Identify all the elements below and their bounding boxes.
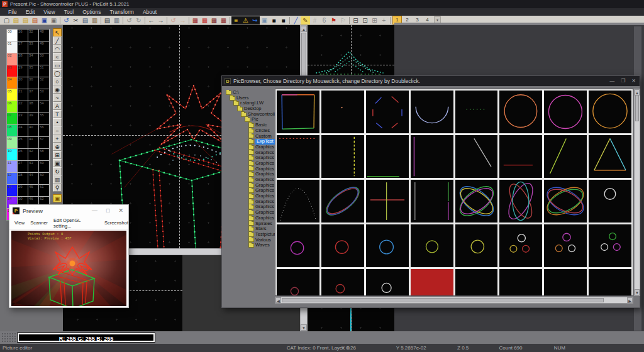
palette-color-45[interactable]: 45 xyxy=(28,185,38,196)
tree-item-showcontroller[interactable]: Showcontroller xyxy=(225,112,275,118)
app-titlebar[interactable]: P Present.Pic - Showcontroller PLUS - Pi… xyxy=(0,0,644,8)
paste-icon[interactable]: ▥ xyxy=(90,16,99,25)
pic-thumbnail-30[interactable] xyxy=(499,224,542,267)
preview-menu-edit-opengl-setting[interactable]: Edit OpenGL setting... xyxy=(53,217,99,229)
palette-color-51[interactable]: 51 xyxy=(39,65,49,77)
ellipse-tool[interactable]: ◯ xyxy=(53,69,62,77)
circle-tool[interactable]: ○ xyxy=(53,77,62,85)
palette-color-00[interactable]: 00 xyxy=(7,30,17,41)
palette-color-55[interactable]: 55 xyxy=(39,113,49,124)
undo-icon[interactable]: ↺ xyxy=(125,16,134,25)
pic-thumbnail-7[interactable] xyxy=(544,91,587,133)
close-icon[interactable]: ✕ xyxy=(631,76,636,86)
pic-thumbnail-4[interactable] xyxy=(411,91,453,133)
palette-color-27[interactable]: 27 xyxy=(18,161,28,172)
palette-color-18[interactable]: 18 xyxy=(18,53,28,65)
window-split-3-icon[interactable]: ⊞ xyxy=(370,16,379,25)
marquee-tool[interactable]: ▣ xyxy=(53,159,62,167)
tree-item-waves[interactable]: Waves xyxy=(225,243,275,248)
close-icon[interactable]: ✕ xyxy=(118,205,123,217)
palette-color-41[interactable]: 41 xyxy=(28,137,38,148)
preview-menu-screenshot[interactable]: Screenshot xyxy=(104,220,128,226)
pic-thumbnail-38[interactable] xyxy=(499,269,542,296)
polygon-tool[interactable]: A xyxy=(53,102,62,110)
menu-options[interactable]: Options xyxy=(78,8,105,16)
pic-thumbnail-20[interactable] xyxy=(411,180,453,223)
flag-off-icon[interactable]: ⚐ xyxy=(338,16,348,25)
palette-color-02[interactable]: 02 xyxy=(7,53,17,65)
cut-icon[interactable]: ✂ xyxy=(71,16,80,25)
palette-color-33[interactable]: 33 xyxy=(28,41,38,53)
picbrowser-titlebar[interactable]: D PicBrowser, Choose Directory by Mousec… xyxy=(222,76,640,86)
palette-color-10[interactable]: 10 xyxy=(7,149,17,160)
scroll-right-icon[interactable]: ▶ xyxy=(627,297,633,303)
palette-color-53[interactable]: 53 xyxy=(39,89,49,101)
window-split-1-icon[interactable]: ⊟ xyxy=(351,16,360,25)
scroll-down-icon[interactable]: ▼ xyxy=(301,324,307,331)
pic-thumbnail-12[interactable] xyxy=(411,135,453,178)
open-graphic-icon[interactable]: ▤ xyxy=(21,16,30,25)
palette-color-57[interactable]: 57 xyxy=(39,137,49,148)
palette-color-61[interactable]: 61 xyxy=(39,185,49,196)
point-tool[interactable]: • xyxy=(53,118,62,126)
black-frame-2-icon[interactable]: ■ xyxy=(279,16,288,25)
palette-color-34[interactable]: 34 xyxy=(28,53,38,65)
effect-arrow-icon[interactable]: ↪ xyxy=(250,16,260,25)
menu-transform[interactable]: Transform xyxy=(106,8,138,16)
output-levels-icon[interactable]: ≡ xyxy=(231,16,241,25)
palette-color-37[interactable]: 37 xyxy=(28,89,38,101)
frame-table-1-icon[interactable]: ▦ xyxy=(191,16,200,25)
color-palette[interactable]: 0016324801173349021834500319355104203652… xyxy=(6,29,50,221)
window-split-2-icon[interactable]: ⊡ xyxy=(360,16,370,25)
palette-color-25[interactable]: 25 xyxy=(18,137,28,148)
print-preview-icon[interactable]: ▥ xyxy=(112,16,121,25)
pic-thumbnail-26[interactable] xyxy=(321,224,364,267)
palette-color-19[interactable]: 19 xyxy=(18,65,28,77)
pic-thumbnail-10[interactable] xyxy=(321,135,364,178)
refresh-icon[interactable]: ↺ xyxy=(62,16,71,25)
palette-color-09[interactable]: 09 xyxy=(7,137,17,148)
frame-table-4-icon[interactable]: ▦ xyxy=(219,16,228,25)
palette-color-04[interactable]: 04 xyxy=(7,77,17,89)
palette-color-40[interactable]: 40 xyxy=(28,125,38,136)
pic-thumbnail-14[interactable] xyxy=(499,135,542,178)
palette-color-08[interactable]: 08 xyxy=(7,125,17,136)
palette-color-49[interactable]: 49 xyxy=(39,41,49,53)
palette-color-32[interactable]: 32 xyxy=(28,30,38,41)
pic-thumbnail-1[interactable] xyxy=(277,91,319,133)
black-frame-1-icon[interactable]: ■ xyxy=(269,16,279,25)
palette-color-52[interactable]: 52 xyxy=(39,77,49,89)
palette-color-20[interactable]: 20 xyxy=(18,77,28,89)
pic-thumbnail-33[interactable] xyxy=(277,269,319,296)
palette-color-16[interactable]: 16 xyxy=(18,30,28,41)
rotate-ccw-icon[interactable]: ↺ xyxy=(169,16,178,25)
palette-color-22[interactable]: 22 xyxy=(18,101,28,113)
minimize-icon[interactable]: — xyxy=(609,76,614,86)
menu-about[interactable]: About xyxy=(138,8,161,16)
palette-color-01[interactable]: 01 xyxy=(7,41,17,53)
magnifier-tool[interactable]: ⚲ xyxy=(53,184,62,192)
point-circle-tool[interactable]: ◉ xyxy=(53,85,62,94)
palette-color-29[interactable]: 29 xyxy=(18,185,28,196)
thumbnail-vscrollbar[interactable]: ▲ ▼ xyxy=(634,89,640,296)
menu-view[interactable]: View xyxy=(39,8,59,16)
frame-table-3-icon[interactable]: ▦ xyxy=(209,16,219,25)
save-icon[interactable]: ▣ xyxy=(40,16,49,25)
pic-thumbnail-23[interactable] xyxy=(544,180,587,223)
palette-color-21[interactable]: 21 xyxy=(18,89,28,101)
maximize-icon[interactable]: □ xyxy=(106,205,109,217)
picbrowser-window[interactable]: D PicBrowser, Choose Directory by Mousec… xyxy=(221,75,640,308)
color-bars-tool[interactable]: ▥ xyxy=(53,175,62,184)
palette-color-17[interactable]: 17 xyxy=(18,41,28,53)
pic-thumbnail-40[interactable] xyxy=(589,269,631,296)
preview-window[interactable]: P Preview — □ ✕ ViewScannerEdit OpenGL s… xyxy=(9,204,129,308)
wave-tool[interactable]: ~ xyxy=(53,94,62,102)
hscroll-thumb[interactable] xyxy=(282,298,604,302)
pic-thumbnail-21[interactable] xyxy=(455,180,498,223)
six-faint-icon[interactable]: 6 xyxy=(319,16,329,25)
pic-thumbnail-37[interactable] xyxy=(455,269,498,296)
forward-icon[interactable]: → xyxy=(156,16,165,25)
thumbnail-hscrollbar[interactable]: ◀ ▶ xyxy=(275,297,633,304)
menu-edit[interactable]: Edit xyxy=(21,8,40,16)
pic-thumbnail-11[interactable] xyxy=(366,135,409,178)
